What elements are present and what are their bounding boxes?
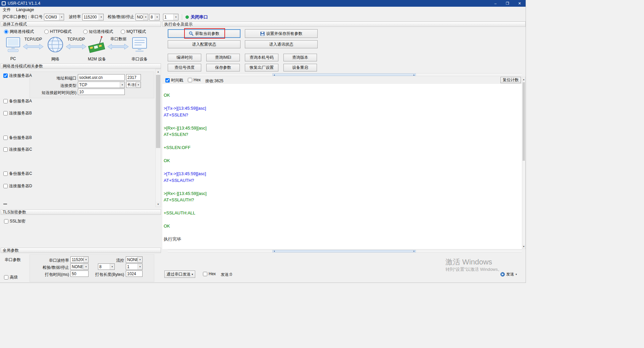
menu-language[interactable]: Language: [13, 7, 37, 13]
log-line: [162, 118, 522, 125]
workmode-panel: 网络透传模式 HTTPD模式 短信透传模式 MQTT模式: [1, 27, 161, 63]
scroll-up-icon[interactable]: ▲: [522, 77, 525, 82]
parity-select[interactable]: NONE ▾: [136, 14, 148, 20]
close-port-button[interactable]: 关闭串口: [182, 14, 208, 20]
server-port-input[interactable]: [126, 74, 141, 81]
enter-config-state-button[interactable]: 进入配置状态: [168, 40, 240, 48]
global-baud-select[interactable]: 115200 ▾: [70, 256, 89, 263]
checkbox-input[interactable]: [3, 136, 8, 140]
radio-httpd[interactable]: HTTPD模式: [44, 29, 71, 35]
checkbox-input[interactable]: [188, 78, 192, 82]
titlebar: USR-CAT1 V1.1.4 – ❐ ✕: [0, 0, 526, 7]
reset-counter-button[interactable]: 复位计数: [500, 77, 521, 83]
checkbox-ssl[interactable]: SSL加密: [4, 218, 25, 224]
checkbox-input[interactable]: [4, 219, 8, 223]
conn-type-select[interactable]: TCP ▾: [78, 82, 125, 88]
scroll-up-icon[interactable]: ▲: [156, 69, 161, 74]
pack-time-input[interactable]: [70, 270, 89, 277]
databits-select[interactable]: 8 ▾: [149, 14, 160, 20]
chevron-down-icon: ▾: [120, 82, 124, 88]
global-stopbits-select[interactable]: 1 ▾: [126, 263, 143, 270]
stopbits-select[interactable]: 1 ▾: [163, 14, 178, 20]
device-restart-button[interactable]: 设备重启: [283, 64, 317, 71]
log-line: OK: [162, 92, 522, 99]
checkbox-input[interactable]: [3, 111, 8, 115]
checkbox-connect-server-a[interactable]: 连接服务器A: [3, 73, 32, 79]
activate-windows-watermark: 激活 Windows: [445, 257, 492, 267]
workmode-group-header: 选择工作模式: [1, 21, 161, 27]
checkbox-input[interactable]: [203, 272, 207, 276]
scrollbar-thumb[interactable]: [523, 82, 525, 161]
pc-label: PC: [3, 56, 23, 61]
factory-reset-button[interactable]: 恢复出厂设置: [245, 64, 278, 71]
checkbox-advanced[interactable]: 高级: [4, 275, 18, 280]
checkbox-connect-server-d[interactable]: 连接服务器D: [3, 183, 32, 189]
log-top-splitter[interactable]: ▲ ▲: [168, 73, 522, 76]
minimize-icon[interactable]: –: [489, 0, 501, 7]
log-bottom-splitter[interactable]: ▼ ▼: [168, 250, 522, 253]
splitter-handle[interactable]: ▲ ▲: [272, 73, 416, 76]
conn-mode-select[interactable]: 长连接 ▾: [126, 82, 141, 88]
splitter-handle[interactable]: ▼ ▼: [272, 250, 416, 252]
radio-sms-passthrough[interactable]: 短信透传模式: [83, 29, 113, 35]
pack-time-label: 打包时间(ms): [34, 272, 69, 278]
compile-time-button[interactable]: 编译时间: [168, 54, 201, 61]
checkbox-recv-hex[interactable]: Hex: [188, 78, 201, 82]
checkbox-input[interactable]: [4, 275, 8, 280]
save-params-button[interactable]: 保存参数: [206, 64, 240, 71]
tcp-udp-label-1: TCP/UDP: [21, 37, 45, 42]
checkbox-input[interactable]: [3, 171, 8, 176]
radio-mqtt[interactable]: MQTT模式: [121, 29, 146, 35]
chevron-down-icon: ▾: [143, 14, 148, 20]
enter-comm-state-button[interactable]: 进入通讯状态: [245, 40, 318, 48]
recv-count-label: 接收:3625: [205, 78, 223, 84]
checkbox-input[interactable]: [3, 147, 8, 152]
global-parity-label: 检验/数据/停止: [34, 265, 69, 270]
checkbox-input[interactable]: [3, 73, 8, 78]
netparams-scrollbar[interactable]: ▲ ▼: [155, 69, 161, 207]
send-button[interactable]: 发送 ▾: [500, 270, 517, 278]
checkbox-connect-server-b[interactable]: 连接服务器B: [3, 110, 32, 116]
checkbox-send-hex[interactable]: Hex: [203, 271, 216, 276]
checkbox-timestamp[interactable]: 时间戳: [165, 78, 183, 83]
global-databits-select[interactable]: 8 ▾: [98, 263, 115, 270]
log-scrollbar[interactable]: ▲ ▼: [522, 77, 526, 249]
query-signal-button[interactable]: 查信号强度: [168, 64, 201, 71]
send-method-dropdown[interactable]: 通过串口发送 ▾: [164, 270, 195, 278]
checkbox-input[interactable]: [165, 78, 170, 83]
set-save-params-button[interactable]: 设置并保存所有参数: [245, 29, 318, 38]
radio-input[interactable]: [121, 30, 125, 34]
pack-length-input[interactable]: [126, 270, 143, 277]
checkbox-input[interactable]: [3, 99, 8, 103]
flow-control-select[interactable]: NONE ▾: [126, 256, 143, 263]
query-version-button[interactable]: 查询版本: [283, 54, 317, 61]
timeout-input[interactable]: [78, 89, 125, 95]
maximize-icon[interactable]: ❐: [501, 0, 514, 7]
server-address-input[interactable]: [78, 74, 125, 81]
scrollbar-thumb[interactable]: [156, 75, 160, 148]
radio-input[interactable]: [4, 30, 8, 34]
checkbox-input[interactable]: [3, 184, 8, 188]
radio-input[interactable]: [44, 30, 49, 34]
baud-select[interactable]: 115200 ▾: [82, 14, 104, 20]
checkbox-connect-server-c[interactable]: 连接服务器C: [3, 147, 32, 152]
close-icon[interactable]: ✕: [514, 0, 526, 7]
global-parity-select[interactable]: NONE ▾: [70, 263, 89, 270]
splitter-arrow-icon: ▼: [273, 250, 275, 252]
scroll-down-icon[interactable]: ▼: [156, 202, 161, 207]
menu-file[interactable]: 文件: [0, 7, 13, 13]
query-imei-button[interactable]: 查询IMEI: [206, 54, 240, 61]
radio-net-passthrough[interactable]: 网络透传模式: [4, 29, 34, 35]
checkbox-backup-server-b[interactable]: 备份服务器B: [3, 135, 32, 141]
com-port-select[interactable]: COM3 ▾: [44, 14, 64, 20]
checkbox-backup-server-c[interactable]: 备份服务器C: [3, 171, 32, 177]
app-window: USR-CAT1 V1.1.4 – ❐ ✕ 文件 Language [PC串口参…: [0, 0, 526, 283]
m2m-label: M2M 设备: [82, 56, 112, 62]
log-output-area: OK >[Tx->][13:45:59][asc]AT+SSLEN? >[Rx<…: [162, 84, 522, 249]
log-line: [162, 99, 522, 105]
scroll-down-icon[interactable]: ▼: [522, 244, 525, 249]
checkbox-backup-server-a[interactable]: 备份服务器A: [3, 98, 32, 104]
radio-input[interactable]: [83, 30, 88, 34]
menubar: 文件 Language: [0, 7, 526, 13]
query-phone-number-button[interactable]: 查询本机号码: [245, 54, 278, 61]
